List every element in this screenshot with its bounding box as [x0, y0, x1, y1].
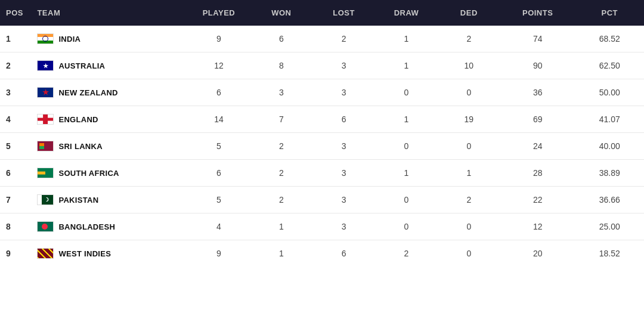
- cell-ded: 0: [438, 240, 500, 267]
- cell-draw: 1: [375, 26, 438, 52]
- col-header-lost: LOST: [312, 0, 375, 26]
- cell-lost: 2: [312, 26, 375, 52]
- cell-points: 22: [500, 187, 575, 213]
- standings-table: POS TEAM PLAYED WON LOST DRAW DED POINTS…: [0, 0, 644, 267]
- cell-points: 28: [500, 160, 575, 187]
- team-name: SRI LANKA: [58, 142, 102, 151]
- cell-team: PAKISTAN: [31, 187, 187, 213]
- cell-pos: 3: [0, 79, 31, 106]
- cell-won: 2: [250, 187, 312, 213]
- flag-icon-srilanka: [37, 141, 54, 151]
- cell-won: 2: [250, 133, 312, 160]
- cell-lost: 3: [312, 133, 375, 160]
- cell-pos: 7: [0, 187, 31, 213]
- flag-icon-england: [37, 114, 54, 125]
- table-row: 7 PAKISTAN 5 2 3 0 2 22 36.66: [0, 187, 644, 213]
- table-header-row: POS TEAM PLAYED WON LOST DRAW DED POINTS…: [0, 0, 644, 26]
- cell-pct: 50.00: [575, 79, 644, 106]
- cell-points: 90: [500, 52, 575, 79]
- team-name: WEST INDIES: [58, 249, 111, 258]
- table-row: 2 AUSTRALIA 12 8 3 1 10 90 62.50: [0, 52, 644, 79]
- cell-pct: 18.52: [575, 240, 644, 267]
- cell-played: 9: [188, 26, 250, 52]
- cell-ded: 0: [438, 133, 500, 160]
- cell-draw: 0: [375, 133, 438, 160]
- team-name: AUSTRALIA: [58, 61, 105, 70]
- cell-won: 1: [250, 240, 312, 267]
- cell-team: ENGLAND: [31, 106, 187, 133]
- cell-pct: 68.52: [575, 26, 644, 52]
- cell-team: NEW ZEALAND: [31, 79, 187, 106]
- cell-ded: 2: [438, 187, 500, 213]
- table-row: 1 INDIA 9 6 2 1 2 74 68.52: [0, 26, 644, 52]
- col-header-team: TEAM: [31, 0, 187, 26]
- cell-points: 69: [500, 106, 575, 133]
- cell-pct: 41.07: [575, 106, 644, 133]
- cell-pct: 25.00: [575, 213, 644, 240]
- cell-team: AUSTRALIA: [31, 52, 187, 79]
- col-header-points: POINTS: [500, 0, 575, 26]
- table-row: 6 SOUTH AFRICA 6 2 3 1 1 28 38.89: [0, 160, 644, 187]
- table-row: 3 NEW ZEALAND 6 3 3 0 0 36 50.00: [0, 79, 644, 106]
- cell-ded: 0: [438, 79, 500, 106]
- cell-pos: 6: [0, 160, 31, 187]
- cell-ded: 1: [438, 160, 500, 187]
- cell-pct: 36.66: [575, 187, 644, 213]
- table-row: 4 ENGLAND 14 7 6 1 19 69 41.07: [0, 106, 644, 133]
- col-header-draw: DRAW: [375, 0, 438, 26]
- cell-played: 5: [188, 187, 250, 213]
- team-name: ENGLAND: [58, 115, 98, 124]
- cell-ded: 19: [438, 106, 500, 133]
- table-row: 9 WEST INDIES 9 1 6 2 0 20 18.52: [0, 240, 644, 267]
- col-header-won: WON: [250, 0, 312, 26]
- cell-points: 36: [500, 79, 575, 106]
- table-row: 8 BANGLADESH 4 1 3 0 0 12 25.00: [0, 213, 644, 240]
- cell-lost: 3: [312, 52, 375, 79]
- cell-won: 3: [250, 79, 312, 106]
- cell-team: INDIA: [31, 26, 187, 52]
- cell-points: 20: [500, 240, 575, 267]
- cell-lost: 3: [312, 187, 375, 213]
- cell-played: 6: [188, 79, 250, 106]
- flag-icon-southafrica: [37, 168, 54, 178]
- cell-played: 12: [188, 52, 250, 79]
- cell-pos: 4: [0, 106, 31, 133]
- cell-team: WEST INDIES: [31, 240, 187, 267]
- cell-played: 9: [188, 240, 250, 267]
- cell-ded: 2: [438, 26, 500, 52]
- cell-points: 24: [500, 133, 575, 160]
- cell-ded: 10: [438, 52, 500, 79]
- cell-won: 1: [250, 213, 312, 240]
- cell-lost: 3: [312, 79, 375, 106]
- cell-played: 14: [188, 106, 250, 133]
- cell-pos: 9: [0, 240, 31, 267]
- cell-draw: 1: [375, 106, 438, 133]
- cell-points: 12: [500, 213, 575, 240]
- cell-draw: 0: [375, 187, 438, 213]
- col-header-ded: DED: [438, 0, 500, 26]
- flag-icon-pakistan: [37, 194, 54, 205]
- cell-ded: 0: [438, 213, 500, 240]
- cell-draw: 1: [375, 160, 438, 187]
- cell-draw: 0: [375, 79, 438, 106]
- flag-icon-australia: [37, 60, 54, 71]
- cell-points: 74: [500, 26, 575, 52]
- cell-played: 6: [188, 160, 250, 187]
- cell-lost: 6: [312, 106, 375, 133]
- cell-pos: 8: [0, 213, 31, 240]
- cell-draw: 0: [375, 213, 438, 240]
- flag-icon-newzealand: [37, 87, 54, 98]
- cell-team: SOUTH AFRICA: [31, 160, 187, 187]
- cell-draw: 1: [375, 52, 438, 79]
- col-header-pos: POS: [0, 0, 31, 26]
- cell-draw: 2: [375, 240, 438, 267]
- cell-won: 7: [250, 106, 312, 133]
- team-name: BANGLADESH: [58, 222, 115, 231]
- cell-played: 5: [188, 133, 250, 160]
- team-name: NEW ZEALAND: [58, 88, 117, 97]
- flag-icon-bangladesh: [37, 221, 54, 232]
- cell-won: 6: [250, 26, 312, 52]
- team-name: PAKISTAN: [58, 196, 98, 205]
- cell-pos: 5: [0, 133, 31, 160]
- flag-icon-india: [37, 33, 54, 44]
